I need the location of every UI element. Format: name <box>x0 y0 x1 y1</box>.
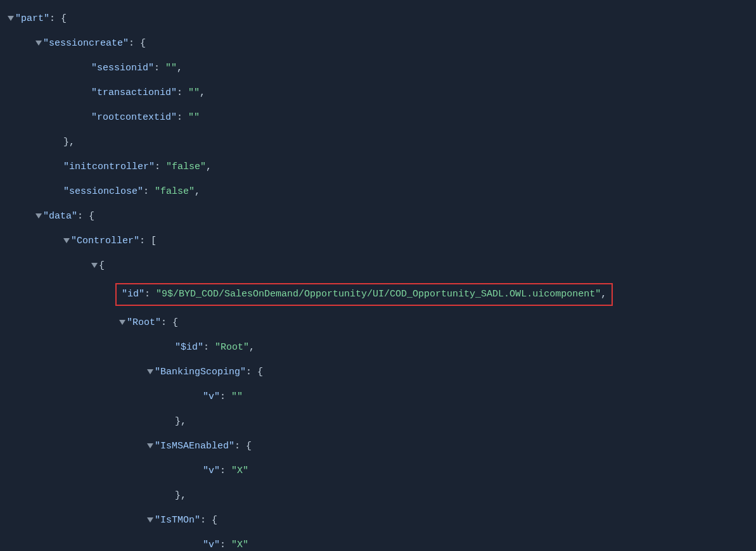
json-key: "IsTMOn" <box>155 515 200 526</box>
json-line: }, <box>8 488 748 504</box>
json-key: "sessionid" <box>91 63 154 73</box>
json-value: "" <box>188 112 200 123</box>
json-line: "rootcontextid": "" <box>8 110 748 125</box>
json-key: "initcontroller" <box>63 162 155 172</box>
json-value: "false" <box>155 186 195 197</box>
json-line: "IsTMOn": { <box>8 513 748 528</box>
json-line: "IsMSAEnabled": { <box>8 439 748 454</box>
collapse-toggle-icon[interactable] <box>119 320 125 325</box>
json-key: "$id" <box>175 342 203 353</box>
json-value: "false" <box>166 162 206 172</box>
json-key: "part" <box>15 13 49 24</box>
json-line: "data": { <box>8 209 748 224</box>
json-close-brace: }, <box>175 490 186 501</box>
json-key: "v" <box>203 466 220 476</box>
collapse-toggle-icon[interactable] <box>147 517 153 522</box>
json-key: "v" <box>203 540 220 550</box>
json-line: "sessioncreate": { <box>8 36 748 51</box>
collapse-toggle-icon[interactable] <box>147 369 153 374</box>
json-line: "transactionid": "", <box>8 86 748 101</box>
json-line: "Root": { <box>8 315 748 331</box>
json-key: "transactionid" <box>91 87 177 98</box>
json-line: }, <box>8 135 748 150</box>
json-line: "v": "X" <box>8 464 748 479</box>
collapse-toggle-icon[interactable] <box>91 263 98 268</box>
collapse-toggle-icon[interactable] <box>35 213 42 218</box>
json-key: "IsMSAEnabled" <box>155 441 234 452</box>
json-close-brace: }, <box>63 137 75 148</box>
json-value: "" <box>165 63 177 73</box>
json-line: "initcontroller": "false", <box>8 160 748 175</box>
json-open-brace: { <box>99 260 105 271</box>
json-line: "part": { <box>8 11 748 27</box>
json-value: "X" <box>231 540 248 550</box>
json-tree-viewer: "part": { "sessioncreate": { "sessionid"… <box>8 11 748 551</box>
json-line: "$id": "Root", <box>8 340 748 355</box>
json-key: "v" <box>203 391 220 402</box>
json-line: }, <box>8 414 748 429</box>
json-key: "BankingScoping" <box>155 367 246 377</box>
json-close-brace: }, <box>175 416 186 427</box>
json-value: "9$/BYD_COD/SalesOnDemand/Opportunity/UI… <box>156 289 601 300</box>
json-line: { <box>8 258 748 274</box>
json-key: "rootcontextid" <box>91 112 177 123</box>
json-value: "" <box>231 391 243 402</box>
json-key: "sessionclose" <box>63 186 143 197</box>
collapse-toggle-icon[interactable] <box>63 238 70 243</box>
json-value: "X" <box>231 466 248 476</box>
json-line: "v": "" <box>8 390 748 405</box>
json-line: "sessionclose": "false", <box>8 184 748 200</box>
highlight-annotation: "id": "9$/BYD_COD/SalesOnDemand/Opportun… <box>115 283 613 306</box>
json-line: "Controller": [ <box>8 234 748 249</box>
json-line: "BankingScoping": { <box>8 365 748 380</box>
json-key: "data" <box>43 211 77 222</box>
json-line: "sessionid": "", <box>8 61 748 76</box>
json-value: "Root" <box>215 342 249 353</box>
collapse-toggle-icon[interactable] <box>8 16 14 21</box>
json-key: "sessioncreate" <box>43 38 129 49</box>
json-punct: : { <box>49 13 67 24</box>
json-key: "id" <box>122 289 144 300</box>
json-key: "Root" <box>127 317 161 328</box>
json-line: "v": "X" <box>8 538 748 551</box>
json-value: "" <box>188 87 200 98</box>
collapse-toggle-icon[interactable] <box>35 41 42 46</box>
collapse-toggle-icon[interactable] <box>147 443 153 448</box>
json-highlighted-line: "id": "9$/BYD_COD/SalesOnDemand/Opportun… <box>8 283 748 306</box>
json-key: "Controller" <box>71 236 139 246</box>
